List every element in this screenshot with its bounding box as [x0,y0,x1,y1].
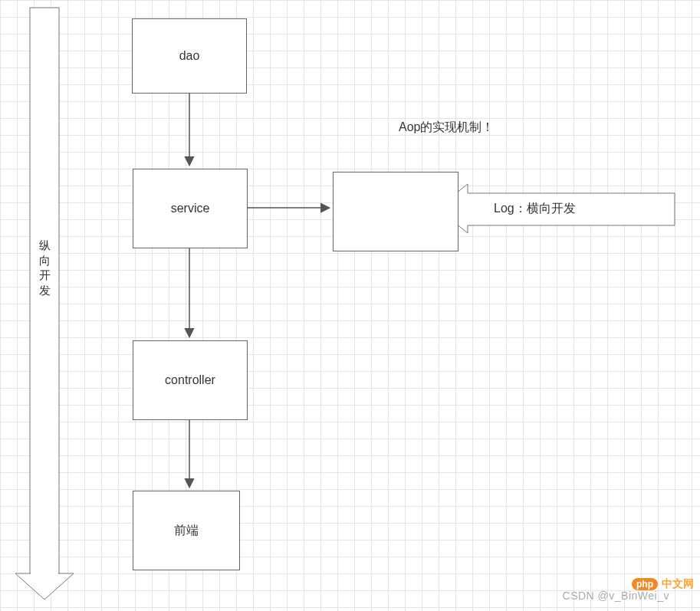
vertical-dev-arrow [15,8,74,600]
vertical-dev-label: 纵向开发 [37,238,52,297]
node-controller: controller [133,340,248,420]
csdn-watermark: CSDN @v_BinWei_v [563,590,669,602]
node-dao-label: dao [179,49,200,63]
node-dao: dao [132,18,247,94]
diagram-canvas: 纵向开发 Aop的实现机制！ Log：横向开发 dao service cont… [0,0,700,611]
node-frontend: 前端 [133,491,240,570]
horizontal-dev-label: Log：横向开发 [494,201,576,217]
annotation-text: Aop的实现机制！ [399,120,494,133]
horizontal-dev-text: Log：横向开发 [494,202,576,215]
arrows-layer [0,0,700,611]
node-blank [333,172,458,251]
svg-marker-1 [15,573,74,600]
vertical-dev-text: 纵向开发 [39,238,51,297]
node-frontend-label: 前端 [174,523,199,539]
annotation-aop: Aop的实现机制！ [399,120,494,136]
node-service-label: service [171,202,210,215]
node-controller-label: controller [165,373,215,387]
node-service: service [133,169,248,248]
php-badge: php [632,578,658,590]
